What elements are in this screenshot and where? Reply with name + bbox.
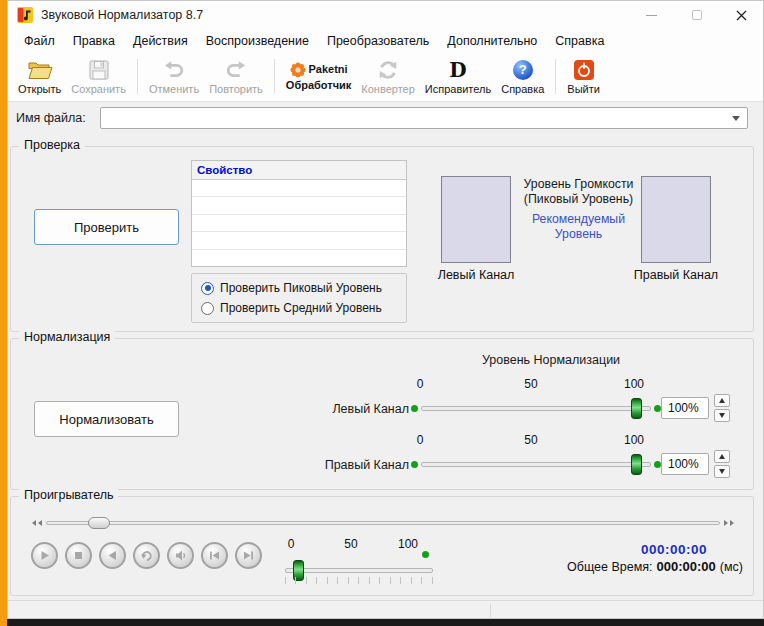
converter-label: Конвертер (361, 83, 414, 96)
skip-end-icon (242, 549, 255, 562)
volume-level-line2: (Пиковый Уровень) (506, 192, 651, 207)
play-button[interactable] (31, 542, 58, 569)
right-volume-value[interactable]: 100% (661, 453, 709, 475)
table-row[interactable] (192, 232, 406, 249)
player-scale-50: 50 (341, 537, 361, 551)
radio-average-label: Проверить Средний Уровень (220, 301, 382, 315)
maximize-button[interactable] (674, 0, 719, 30)
right-volume-down-button[interactable] (714, 465, 730, 478)
loop-button[interactable] (133, 542, 160, 569)
check-group: Проверка Проверить Свойство Проверить Пи… (10, 146, 754, 332)
right-scale-100: 100 (622, 433, 646, 447)
radio-check-peak-level[interactable]: Проверить Пиковый Уровень (201, 281, 397, 295)
fixer-icon: D (449, 58, 466, 82)
save-button[interactable]: Сохранить (66, 54, 131, 99)
rewind-icon (106, 549, 119, 562)
menu-converter[interactable]: Преобразователь (318, 32, 438, 50)
background-left-strip (0, 0, 7, 626)
stop-icon (72, 549, 85, 562)
normalize-button[interactable]: Нормализовать (34, 401, 179, 437)
dropdown-chevron-icon (732, 116, 740, 121)
menu-edit[interactable]: Правка (64, 32, 124, 50)
slider-end-dot (411, 405, 418, 412)
redo-button[interactable]: Повторить (204, 54, 268, 99)
close-icon (736, 10, 747, 21)
menu-playback[interactable]: Воспроизведение (197, 32, 318, 50)
table-row[interactable] (192, 180, 406, 197)
power-icon (574, 58, 594, 82)
right-volume-slider-track[interactable] (421, 462, 651, 467)
left-volume-value[interactable]: 100% (661, 397, 709, 419)
total-time-label: Общее Время: (567, 560, 652, 574)
left-volume-up-button[interactable] (714, 394, 730, 407)
left-volume-slider-handle[interactable] (631, 398, 642, 419)
seek-track[interactable] (46, 521, 720, 525)
left-volume-slider-track[interactable] (421, 406, 651, 411)
radio-unselected-icon (201, 302, 214, 315)
seek-thumb[interactable] (88, 517, 110, 529)
player-group: Проигрыватель (10, 496, 754, 596)
help-button[interactable]: ? Справка (496, 54, 549, 99)
open-folder-icon (27, 58, 53, 82)
total-time-value: 000:00:00 (657, 559, 716, 574)
mute-button[interactable] (167, 542, 194, 569)
seek-right-arrows-icon[interactable] (724, 520, 737, 526)
table-row[interactable] (192, 197, 406, 214)
minimize-icon (646, 15, 657, 16)
normalization-group-title: Нормализация (19, 330, 115, 344)
help-label: Справка (501, 83, 544, 96)
check-button[interactable]: Проверить (34, 209, 179, 245)
left-volume-down-button[interactable] (714, 409, 730, 422)
menu-file[interactable]: Файл (15, 32, 64, 50)
menu-help[interactable]: Справка (546, 32, 613, 50)
batch-label-line2: Обработчик (286, 79, 351, 92)
right-volume-slider-handle[interactable] (631, 454, 642, 475)
table-row[interactable] (192, 250, 406, 266)
close-button[interactable] (719, 0, 764, 30)
total-time: Общее Время: 000:00:00 (мс) (451, 559, 743, 574)
toolbar-separator (555, 59, 556, 94)
up-arrow-icon (719, 398, 725, 403)
normalization-group: Нормализация Нормализовать Уровень Норма… (10, 338, 754, 490)
redo-label: Повторить (209, 83, 263, 96)
save-icon (88, 58, 110, 82)
converter-button[interactable]: Конвертер (356, 54, 419, 99)
titlebar: Звуковой Нормализатор 8.7 (7, 0, 764, 30)
undo-label: Отменить (149, 83, 199, 96)
filename-label: Имя файла: (16, 111, 86, 125)
radio-check-average-level[interactable]: Проверить Средний Уровень (201, 301, 397, 315)
stop-button[interactable] (65, 542, 92, 569)
menu-advanced[interactable]: Дополнительно (438, 32, 546, 50)
redo-icon (225, 58, 247, 82)
player-volume-track[interactable] (285, 568, 433, 573)
recommended-level-link-line1[interactable]: Рекомендуемый (506, 212, 651, 227)
batch-processor-button[interactable]: Paketni Обработчик (281, 54, 356, 99)
exit-button[interactable]: Выйти (562, 54, 605, 99)
seek-bar[interactable] (29, 514, 737, 532)
slider-end-dot (654, 461, 661, 468)
recommended-level-link-line2[interactable]: Уровень (506, 227, 651, 242)
next-button[interactable] (235, 542, 262, 569)
background-bottom-strip (0, 619, 764, 626)
left-scale-0: 0 (410, 377, 430, 391)
right-volume-up-button[interactable] (714, 450, 730, 463)
seek-left-arrows-icon[interactable] (29, 520, 42, 526)
right-channel-slider-label: Правый Канал (321, 458, 409, 472)
maximize-icon (692, 10, 702, 20)
undo-button[interactable]: Отменить (144, 54, 204, 99)
open-button[interactable]: Открыть (13, 54, 66, 99)
fixer-button[interactable]: D Исправитель (420, 54, 496, 99)
minimize-button[interactable] (629, 0, 674, 30)
menubar: Файл Правка Действия Воспроизведение Пре… (7, 30, 764, 52)
slider-tick-marks (285, 577, 435, 584)
player-scale-0: 0 (281, 537, 301, 551)
previous-button[interactable] (201, 542, 228, 569)
menu-actions[interactable]: Действия (124, 32, 197, 50)
properties-table[interactable]: Свойство (191, 160, 407, 267)
status-bar (7, 600, 764, 619)
filename-combobox[interactable] (100, 107, 748, 129)
loop-icon (140, 549, 153, 562)
rewind-button[interactable] (99, 542, 126, 569)
table-row[interactable] (192, 215, 406, 232)
help-icon: ? (513, 58, 533, 82)
